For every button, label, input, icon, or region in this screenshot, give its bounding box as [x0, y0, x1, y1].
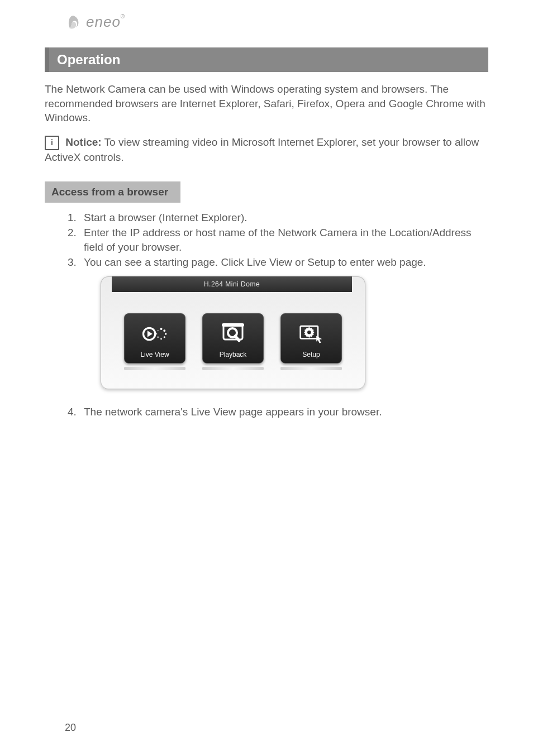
step-item: You can see a starting page. Click Live … — [79, 255, 488, 270]
tile-reflection — [124, 367, 185, 370]
brand-mark-icon — [65, 14, 82, 31]
step-item: The network camera's Live View page appe… — [79, 405, 488, 419]
brand-logo: eneo® — [65, 13, 488, 31]
section-heading-operation: Operation — [45, 47, 488, 72]
svg-point-4 — [164, 336, 165, 338]
tile-reflection — [280, 367, 342, 370]
registered-mark-icon: ® — [121, 13, 125, 20]
svg-point-7 — [156, 333, 157, 334]
tile-live-view[interactable]: Live View — [124, 313, 185, 363]
tile-playback[interactable]: Playback — [202, 313, 264, 363]
gear-picture-cursor-icon — [298, 323, 324, 345]
svg-point-6 — [158, 337, 159, 338]
intro-paragraph: The Network Camera can be used with Wind… — [45, 82, 488, 125]
play-loading-icon — [142, 323, 168, 345]
notice-label: Notice: — [65, 136, 101, 148]
brand-name: eneo® — [86, 13, 125, 31]
page-number: 20 — [65, 722, 76, 734]
screenshot-title-bar: H.264 Mini Dome — [112, 276, 352, 292]
svg-point-2 — [163, 329, 165, 332]
step-item: Start a browser (Internet Explorer). — [79, 210, 488, 225]
svg-point-3 — [165, 333, 166, 334]
subsection-heading-access: Access from a browser — [45, 181, 180, 203]
steps-list-bottom: The network camera's Live View page appe… — [65, 405, 488, 419]
embedded-screenshot: H.264 Mini Dome — [101, 276, 365, 389]
tile-setup[interactable]: Setup — [280, 313, 342, 363]
svg-point-14 — [307, 331, 311, 334]
steps-list-top: Start a browser (Internet Explorer). Ent… — [65, 210, 488, 270]
magnify-folder-icon — [220, 323, 246, 345]
info-icon: i — [45, 136, 59, 150]
svg-point-5 — [160, 338, 162, 340]
step-item: Enter the IP address or host name of the… — [79, 226, 488, 254]
notice-text: To view streaming video in Microsoft Int… — [45, 136, 479, 163]
tile-reflection — [202, 367, 264, 370]
notice-paragraph: i Notice: To view streaming video in Mic… — [45, 135, 488, 165]
tile-label: Live View — [140, 351, 169, 358]
svg-point-8 — [158, 330, 159, 331]
svg-point-1 — [160, 328, 162, 330]
tile-label: Playback — [220, 351, 247, 358]
tile-label: Setup — [302, 351, 320, 358]
